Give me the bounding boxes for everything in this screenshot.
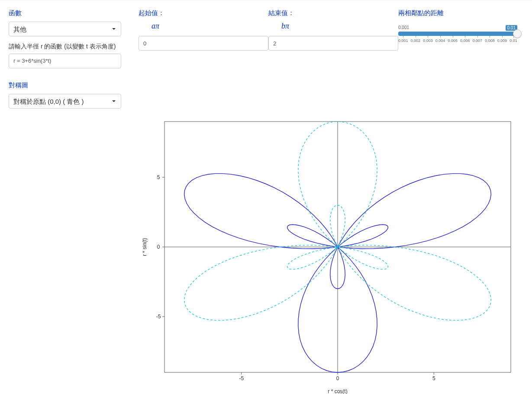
function-hint: 請輸入半徑 r 的函數 (以變數 t 表示角度) [9,42,121,51]
caret-down-icon [111,99,116,104]
start-input[interactable] [139,36,268,51]
slider-min-text: 0.001 [398,25,409,31]
svg-text:r * cos(t): r * cos(t) [328,388,347,394]
symmetry-dropdown-value: 對稱於原點 (0,0) ( 青色 ) [13,98,84,105]
svg-text:5: 5 [157,174,160,180]
end-math: bπ [281,22,398,31]
caret-down-icon [111,26,116,32]
slider-label: 兩相鄰點的距離 [398,9,519,17]
slider-fill [398,32,517,36]
slider-handle[interactable] [513,29,522,38]
svg-text:-5: -5 [156,314,161,320]
slider-track[interactable] [398,32,517,36]
start-label: 起始值： [139,9,268,17]
step-slider[interactable]: 0.001 0.01 0.0010.0020.0030.0040.0050.00… [398,25,517,43]
end-input[interactable] [268,36,398,51]
symmetry-label: 對稱圖 [9,81,139,90]
svg-text:-5: -5 [239,375,244,381]
start-math: aπ [152,22,268,31]
function-label: 函數 [9,9,139,17]
polar-plot: -505-505r * cos(t)r * sin(t) [139,113,519,394]
svg-text:r * sin(t): r * sin(t) [142,238,148,256]
function-dropdown-value: 其他 [13,26,26,33]
slider-ticks: 0.0010.0020.0030.0040.0050.0060.0070.008… [398,38,517,43]
function-input[interactable] [9,54,121,68]
symmetry-dropdown[interactable]: 對稱於原點 (0,0) ( 青色 ) [9,94,121,109]
svg-text:5: 5 [432,375,435,381]
svg-text:0: 0 [157,244,160,250]
svg-text:0: 0 [336,375,339,381]
function-dropdown[interactable]: 其他 [9,22,121,36]
end-label: 結束值： [268,9,398,17]
